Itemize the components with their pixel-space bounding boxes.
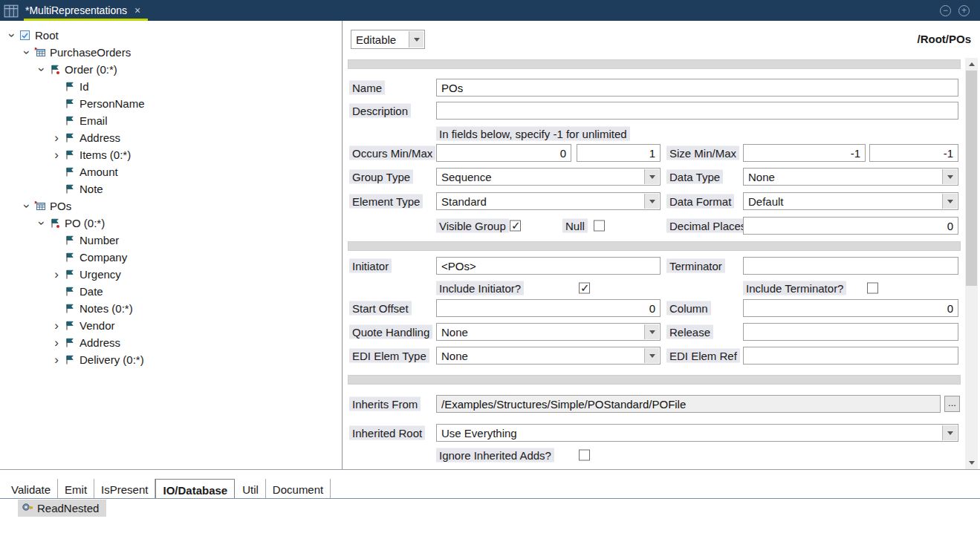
tree-item-address[interactable]: ›Address	[0, 129, 342, 146]
tree-item-id[interactable]: Id	[0, 78, 342, 95]
terminator-input[interactable]	[743, 257, 958, 275]
combo-arrow-icon[interactable]	[644, 169, 659, 184]
document-tab[interactable]: *MultiRepresentations ×	[24, 0, 148, 21]
name-input[interactable]	[436, 79, 958, 97]
browse-button[interactable]: ...	[944, 396, 960, 412]
unlimited-note: In fields below, specify -1 for unlimite…	[436, 127, 630, 141]
tree-item-amount[interactable]: Amount	[0, 163, 342, 180]
circle-plus-button[interactable]: +	[958, 5, 970, 16]
scrollbar-thumb[interactable]	[966, 71, 977, 286]
combo-arrow-icon[interactable]	[644, 324, 659, 339]
size-max-input[interactable]	[869, 144, 958, 162]
expand-arrow-icon[interactable]: ›	[49, 336, 64, 349]
combo-arrow-icon[interactable]	[644, 194, 659, 209]
tree-item-notes-0[interactable]: Notes (0:*)	[0, 300, 342, 317]
tree-item-urgency[interactable]: ›Urgency	[0, 266, 342, 283]
ignore-inherited-adds-checkbox[interactable]	[579, 450, 590, 461]
data-type-label: Data Type	[666, 170, 723, 184]
tab-io-database[interactable]: IO/Database	[155, 479, 235, 498]
panel-divider	[0, 469, 980, 470]
group-type-label: Group Type	[349, 170, 413, 184]
tree-item-delivery-0[interactable]: ›Delivery (0:*)	[0, 351, 342, 368]
tree-item-date[interactable]: Date	[0, 283, 342, 300]
data-type-combo[interactable]: None	[743, 168, 958, 186]
vertical-scrollbar[interactable]	[965, 58, 978, 469]
tab-document[interactable]: Document	[266, 479, 331, 498]
tab-close-icon[interactable]: ×	[134, 4, 140, 16]
data-format-combo[interactable]: Default	[743, 192, 958, 210]
include-terminator-checkbox[interactable]	[867, 283, 878, 294]
flag-icon	[64, 269, 78, 280]
tree-item-number[interactable]: Number	[0, 232, 342, 249]
combo-arrow-icon[interactable]	[942, 425, 957, 440]
collapse-arrow-icon[interactable]: ›	[36, 216, 48, 231]
flag-icon	[64, 354, 78, 365]
element-type-combo[interactable]: Standard	[436, 192, 661, 210]
collapse-arrow-icon[interactable]: ›	[36, 62, 48, 77]
expand-arrow-icon[interactable]: ›	[49, 148, 64, 161]
visible-group-checkbox[interactable]	[510, 220, 521, 232]
collapse-arrow-icon[interactable]: ›	[21, 45, 33, 60]
expand-arrow-icon[interactable]: ›	[49, 131, 64, 144]
inherits-from-label: Inherits From	[349, 397, 421, 411]
circle-minus-button[interactable]: −	[940, 5, 951, 16]
scroll-up-icon[interactable]	[965, 58, 978, 71]
tab-util[interactable]: Util	[236, 479, 266, 498]
tab-emit[interactable]: Emit	[58, 479, 94, 498]
description-input[interactable]	[436, 102, 958, 120]
occurs-max-input[interactable]	[577, 144, 661, 162]
collapse-arrow-icon[interactable]: ›	[21, 199, 33, 214]
tree-item-vendor[interactable]: ›Vendor	[0, 317, 342, 334]
inherits-from-input[interactable]	[436, 395, 941, 413]
edit-mode-combo[interactable]: Editable	[351, 30, 425, 49]
tree-item-label: Email	[78, 114, 108, 127]
tree-item-root[interactable]: ›Root	[0, 27, 342, 44]
tree-item-items-0[interactable]: ›Items (0:*)	[0, 146, 342, 163]
size-min-input[interactable]	[743, 144, 866, 162]
tree-item-pos[interactable]: ›POs	[0, 197, 342, 215]
column-input[interactable]	[743, 299, 958, 317]
null-checkbox[interactable]	[594, 220, 605, 232]
expand-arrow-icon[interactable]: ›	[49, 353, 64, 366]
list-item-readnested[interactable]: ReadNested	[18, 500, 106, 517]
tree-item-personname[interactable]: PersonName	[0, 95, 342, 112]
tab-ispresent[interactable]: IsPresent	[94, 479, 155, 498]
tree-item-note[interactable]: Note	[0, 180, 342, 197]
tree-item-order-0[interactable]: ›Order (0:*)	[0, 61, 342, 78]
tree-item-address[interactable]: ›Address	[0, 334, 342, 351]
bottom-tab-bar: ValidateEmitIsPresentIO/DatabaseUtilDocu…	[0, 479, 980, 499]
tree-item-purchaseorders[interactable]: ›PurchaseOrders	[0, 44, 342, 61]
tab-validate[interactable]: Validate	[4, 479, 58, 498]
section-separator	[348, 241, 961, 251]
group-type-value: Sequence	[441, 171, 492, 183]
edi-elem-type-combo[interactable]: None	[436, 347, 661, 365]
group-type-combo[interactable]: Sequence	[436, 168, 661, 186]
quote-handling-combo[interactable]: None	[436, 323, 661, 341]
decimal-places-input[interactable]	[743, 217, 958, 235]
app-icon	[4, 4, 20, 20]
combo-arrow-icon[interactable]	[644, 348, 659, 363]
name-label: Name	[349, 81, 385, 95]
expand-arrow-icon[interactable]: ›	[49, 319, 64, 332]
edi-elem-ref-input[interactable]	[743, 347, 958, 365]
scroll-down-icon[interactable]	[965, 457, 978, 469]
start-offset-input[interactable]	[436, 299, 661, 317]
collapse-arrow-icon[interactable]: ›	[6, 28, 19, 43]
tree-item-company[interactable]: Company	[0, 249, 342, 266]
combo-arrow-icon[interactable]	[942, 194, 957, 209]
tree-item-label: Address	[78, 131, 120, 144]
combo-arrow-icon[interactable]	[409, 31, 424, 48]
tree-item-email[interactable]: Email	[0, 112, 342, 129]
combo-arrow-icon[interactable]	[942, 169, 957, 184]
inherited-root-combo[interactable]: Use Everything	[436, 424, 958, 442]
expand-arrow-icon[interactable]: ›	[49, 268, 64, 281]
tree-item-po-0[interactable]: ›PO (0:*)	[0, 215, 342, 232]
include-initiator-checkbox[interactable]	[579, 283, 590, 294]
occurs-min-input[interactable]	[436, 144, 571, 162]
initiator-input[interactable]	[436, 257, 661, 275]
visible-group-label: Visible Group	[436, 219, 509, 233]
release-input[interactable]	[743, 323, 958, 341]
decimal-places-label: Decimal Places	[666, 219, 749, 233]
flag-icon	[64, 98, 78, 109]
flag-icon	[64, 183, 78, 195]
